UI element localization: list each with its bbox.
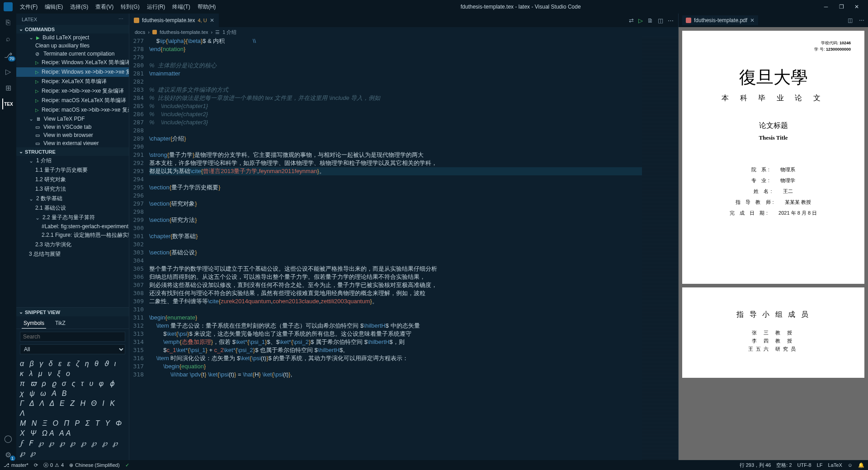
tex-file-icon [134,18,139,23]
settings-gear-icon[interactable]: ⚙1 [3,449,14,460]
struct-2-1[interactable]: 2.1 基础公设 [16,203,129,213]
sb-language-status[interactable]: ⊕ Chinese (Simplified) [69,462,119,468]
pdf-page-1: 学校代码: 10246 学 号: 12300000000 復旦大學 本 科 毕 … [682,31,864,284]
vscode-logo-icon [4,2,13,11]
code-editor[interactable]: 277 278 279 280 281 282 283 284 285 286 … [129,37,678,460]
cmd-recipe4[interactable]: ▷Recipe: xe->bib->xe->xe 复杂编译 [16,86,129,96]
menu-goto[interactable]: 转到(G) [117,1,143,13]
play-icon: ▷ [35,98,39,103]
menu-help[interactable]: 帮助(H) [194,1,220,13]
cmd-view-tab[interactable]: ▭View in VSCode tab [16,123,129,131]
minimize-button[interactable]: ─ [822,4,830,10]
tab-close-icon[interactable]: ✕ [210,17,214,24]
sb-feedback-icon[interactable]: ☺ [848,462,853,468]
account-icon[interactable]: ◯ [3,433,14,444]
view-pdf-icon[interactable]: 🗎 [647,17,653,24]
section-snippet[interactable]: ⌄ SNIPPET VIEW [16,308,129,316]
activity-bar: ⎘ ⌕ ⎇70 ▷ ⊞ TEX ◯ ⚙1 [0,14,16,460]
close-button[interactable]: ✕ [853,4,861,10]
sb-encoding[interactable]: UTF-8 [797,462,811,468]
explorer-icon[interactable]: ⎘ [3,17,14,28]
sb-eol[interactable]: LF [817,462,823,468]
university-logo-text: 復旦大學 [696,66,851,89]
struct-2[interactable]: ⌄2 数学基础 [16,194,129,203]
struct-2-2-label[interactable]: #Label: fig:stern-gerlach-experiment [16,222,129,230]
cmd-build[interactable]: ⌄▶Build LaTeX project [16,33,129,42]
sb-cursor[interactable]: 行 293，列 46 [740,462,771,469]
struct-1-3[interactable]: 1.3 研究方法 [16,184,129,194]
cmd-recipe2[interactable]: ▷Recipe: Windows xe->bib->xe->xe 复杂... [16,67,129,77]
struct-2-3[interactable]: 2.3 动力学演化 [16,240,129,249]
debug-icon[interactable]: ▷ [3,66,14,77]
sb-notifications-icon[interactable]: 🔔 [858,462,864,468]
struct-2-2[interactable]: ⌄2.2 量子态与量子算符 [16,213,129,222]
sb-latex-check-icon[interactable]: ✓ [125,462,129,468]
struct-1-2[interactable]: 1.2 研究对象 [16,175,129,184]
more-actions-icon[interactable]: ⋯ [859,17,864,24]
struct-3[interactable]: 3 总结与展望 [16,249,129,259]
section-commands[interactable]: ⌄ COMMANDS [16,25,129,33]
search-icon[interactable]: ⌕ [3,33,14,44]
pdf-page-2: 指 导 小 组 成 员 张 三 教 授 李 四 教 授 王五六 研究员 [682,287,864,378]
struct-1-1[interactable]: 1.1 量子力学历史概要 [16,165,129,175]
snippet-tab-symbols[interactable]: Symbols [22,318,46,329]
sidebar-title: LATEX ⋯ [16,14,129,25]
sb-problems[interactable]: ⓧ 0 ⚠ 4 [43,462,64,469]
split-editor-icon[interactable]: ◫ [658,17,663,24]
maximize-button[interactable]: ❐ [837,4,845,10]
split-editor-icon[interactable]: ◫ [848,17,853,24]
menu-terminal[interactable]: 终端(T) [169,1,193,13]
cmd-view-external[interactable]: ▭View in external viewer [16,139,129,147]
run-build-icon[interactable]: ▷ [638,17,643,24]
cmd-recipe6[interactable]: ▷Recipe: macOS xe->bib->xe->xe 复杂编译 [16,105,129,115]
sidebar: LATEX ⋯ ⌄ COMMANDS ⌄▶Build LaTeX project… [16,14,129,460]
chevron-down-icon: ⌄ [19,309,23,315]
play-icon: ▷ [35,60,39,65]
menu-run[interactable]: 运行(R) [143,1,169,13]
sb-mode[interactable]: LaTeX [828,462,842,468]
menu-select[interactable]: 选择(S) [66,1,92,13]
cmd-view-browser[interactable]: ▭View in web browser [16,131,129,139]
latex-workshop-icon[interactable]: TEX [2,99,13,109]
section-structure[interactable]: ⌄ STRUCTURE [16,147,129,156]
minimap[interactable] [642,37,678,460]
snippet-category-select[interactable]: All [20,344,125,354]
editor-tab-active[interactable]: fduthesis-template.tex 4, U ✕ [129,14,219,27]
sb-sync[interactable]: ⟳ [34,462,38,468]
sb-spaces[interactable]: 空格: 2 [776,462,792,469]
compare-changes-icon[interactable]: ⇄ [629,17,634,24]
menu-file[interactable]: 文件(F) [16,1,41,13]
scm-icon[interactable]: ⎇70 [3,50,14,61]
sidebar-more-icon[interactable]: ⋯ [118,16,123,22]
struct-1[interactable]: ⌄1 介绍 [16,156,129,165]
pdf-icon: 🗎 [36,116,41,122]
cmd-recipe5[interactable]: ▷Recipe: macOS XeLaTeX 简单编译 [16,96,129,105]
external-icon: ▭ [35,141,41,146]
pdf-tab[interactable]: fduthesis-template.pdf ✕ [682,15,758,25]
tab-modified-indicator: 4, U [198,18,207,23]
snippet-search-input[interactable] [20,332,125,342]
breadcrumb[interactable]: docs› fduthesis-template.tex› ☰ 1 介绍 [129,27,678,37]
chevron-down-icon: ⌄ [29,116,33,122]
cmd-recipe3[interactable]: ▷Recipe: XeLaTeX 简单编译 [16,77,129,86]
tab-close-icon[interactable]: ✕ [750,17,755,24]
struct-2-2-1[interactable]: 2.2.1 Figure: 设定施特恩—格拉赫实验仪器... [16,230,129,240]
snippet-tab-tikz[interactable]: TikZ [53,318,67,329]
chevron-down-icon: ⌄ [19,26,23,32]
cmd-terminate[interactable]: ⊘Terminate current compilation [16,50,129,58]
extensions-icon[interactable]: ⊞ [3,82,14,93]
pdf-viewport[interactable]: 学校代码: 10246 学 号: 12300000000 復旦大學 本 科 毕 … [679,27,868,460]
abc-icon: ☰ [215,29,220,35]
cmd-cleanup[interactable]: Clean up auxiliary files [16,42,129,50]
play-icon: ▶ [36,35,40,40]
cmd-recipe1[interactable]: ▷Recipe: Windows XeLaTeX 简单编译 [16,58,129,67]
cmd-viewpdf[interactable]: ⌄🗎View LaTeX PDF [16,115,129,123]
editor-tab-bar: fduthesis-template.tex 4, U ✕ ⇄ ▷ 🗎 ◫ ⋯ [129,14,678,27]
symbol-grid[interactable]: α β γ δ ε ε ζ η θ ϑ ι κ λ μ ν ξ οπ ϖ ρ ϱ… [16,357,129,460]
sb-branch[interactable]: ⎇ master* [4,462,28,468]
menu-view[interactable]: 查看(V) [92,1,117,13]
more-actions-icon[interactable]: ⋯ [668,17,674,24]
tab-filename: fduthesis-template.tex [142,17,195,24]
status-bar: ⎇ master* ⟳ ⓧ 0 ⚠ 4 ⊕ Chinese (Simplifie… [0,460,868,470]
menu-edit[interactable]: 编辑(E) [41,1,66,13]
